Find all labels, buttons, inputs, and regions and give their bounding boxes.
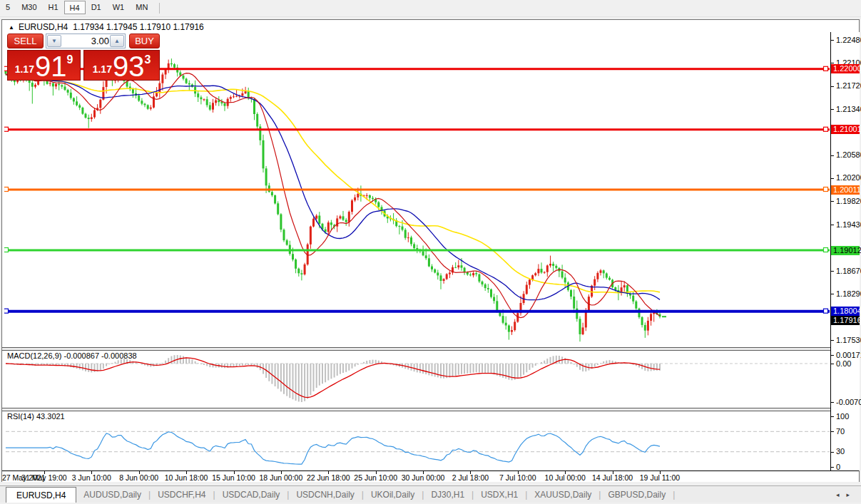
timeframe-toolbar: 5M30H1H4D1W1MN [0, 0, 861, 17]
price-tick-label: 1.19430 [836, 220, 861, 230]
panel-splitter[interactable] [2, 408, 859, 411]
price-tick [831, 340, 834, 341]
tab-usdcnh-daily[interactable]: USDCNH,Daily [289, 486, 361, 500]
rsi-axis-tick [831, 416, 834, 417]
tab-usdcad-daily[interactable]: USDCAD,Daily [215, 486, 287, 500]
tab-eurusd-h4[interactable]: EURUSD,H4 [6, 487, 76, 503]
up-arrow-icon: ▲ [114, 38, 120, 44]
macd-axis-label: 0.00 [836, 359, 851, 369]
rsi-axis-tick [831, 431, 834, 432]
macd-main-value: -0.000867 [63, 351, 99, 360]
volume-decrease-button[interactable]: ▼ [47, 35, 61, 47]
macd-signal-value: -0.000838 [101, 351, 137, 360]
price-tick [831, 225, 834, 225]
candles-layer [5, 58, 661, 341]
sell-price-big: 91 [35, 53, 67, 80]
buy-button[interactable]: BUY [129, 34, 160, 48]
rsi-panel[interactable] [4, 411, 830, 470]
rsi-label: RSI(14) 43.3021 [7, 412, 65, 421]
macd-axis-label: -0.00709 [836, 398, 861, 407]
price-level-badge: 1.19012 [831, 246, 860, 255]
ma-fast-line [6, 73, 660, 318]
price-level-badge: 1.17916 [831, 316, 860, 325]
macd-axis-tick [831, 364, 834, 364]
price-tick [831, 155, 834, 156]
price-tick [831, 201, 834, 202]
chart-ohlc-values: 1.17934 1.17945 1.17910 1.17916 [73, 22, 204, 32]
tab-separator: | [673, 486, 675, 500]
price-tick-label: 1.22480 [836, 36, 861, 45]
sell-price-display[interactable]: 1.17919 [7, 50, 81, 81]
one-click-trading-panel: SELL ▼ ▲ BUY 1.17919 1.17933 [7, 34, 160, 81]
hline-1.18004[interactable] [4, 309, 830, 313]
macd-label: MACD(12,26,9) -0.000867 -0.000838 [7, 351, 137, 360]
panel-splitter[interactable] [2, 347, 859, 351]
collapse-icon[interactable]: ▲ [9, 24, 14, 31]
tabs-scroll-left-icon[interactable]: ◂ [836, 491, 840, 498]
timeframe-button-w1[interactable]: W1 [107, 0, 131, 14]
hline-1.21001[interactable] [4, 127, 830, 131]
price-tick-label: 1.20200 [836, 173, 861, 182]
sell-price-prefix: 1.17 [15, 63, 34, 75]
chart-tab-bar: EURUSD,H4AUDUSD,Daily|USDCHF,H4|USDCAD,D… [0, 485, 861, 503]
tab-audusd-daily[interactable]: AUDUSD,Daily [76, 486, 148, 500]
hline-1.20011[interactable] [4, 187, 830, 192]
buy-price-display[interactable]: 1.17933 [83, 50, 160, 81]
price-tick [831, 178, 834, 179]
price-tick-label: 1.17530 [836, 336, 861, 345]
tab-ukoil-daily[interactable]: UKOil,Daily [364, 486, 422, 500]
rsi-axis-tick [831, 452, 834, 453]
price-tick-label: 1.18290 [836, 289, 861, 299]
time-axis[interactable]: 27 May 202131 May 19:003 Jun 10:008 Jun … [2, 470, 859, 482]
buy-price-sup: 3 [144, 53, 151, 66]
price-level-badge: 1.22000 [831, 64, 860, 73]
chart-symbol-label: EURUSD,H4 [19, 22, 68, 32]
price-tick [831, 294, 834, 294]
macd-axis-tick [831, 355, 834, 356]
timeframe-button-mn[interactable]: MN [130, 0, 153, 14]
price-level-badge: 1.21001 [831, 125, 860, 134]
rsi-line [6, 432, 660, 464]
timeframe-button-m30[interactable]: M30 [16, 0, 42, 14]
mt4-window: 5M30H1H4D1W1MN ▲EURUSD,H41.17934 1.17945… [0, 0, 861, 504]
tab-scroll-arrows: ◂▸ [829, 491, 850, 498]
macd-histogram [6, 355, 660, 402]
rsi-axis-tick [831, 467, 834, 468]
macd-axis-tick [831, 402, 834, 403]
tab-usdchf-h4[interactable]: USDCHF,H4 [151, 486, 213, 500]
rsi-value: 43.3021 [36, 412, 65, 421]
toolbar-separator [159, 3, 160, 14]
sell-button[interactable]: SELL [7, 34, 44, 48]
price-tick-label: 1.20580 [836, 150, 861, 160]
price-tick-label: 1.21340 [836, 105, 861, 114]
timeframe-button-h1[interactable]: H1 [43, 0, 64, 14]
macd-name: MACD(12,26,9) [7, 351, 61, 360]
timeframe-button-h4[interactable]: H4 [64, 1, 86, 14]
price-tick [831, 40, 834, 41]
rsi-axis-label: 100 [836, 412, 849, 421]
rsi-axis-label: 0 [836, 463, 840, 472]
price-tick-label: 1.18670 [836, 267, 861, 276]
ma-slow-line [6, 73, 660, 292]
chart-title: ▲EURUSD,H41.17934 1.17945 1.17910 1.1791… [9, 22, 204, 32]
price-tick [831, 271, 834, 272]
volume-spinner: ▼ ▲ [46, 34, 126, 48]
price-tick [831, 109, 834, 110]
tab-dj30-h1[interactable]: DJ30,H1 [424, 486, 472, 500]
time-label: 19 Jul 11:00 [629, 473, 691, 482]
tab-xauusd-daily[interactable]: XAUUSD,Daily [527, 486, 598, 500]
volume-increase-button[interactable]: ▲ [110, 35, 124, 47]
tab-usdx-h1[interactable]: USDX,H1 [474, 486, 525, 500]
price-level-badge: 1.18004 [831, 307, 860, 316]
price-axis[interactable]: 1.224801.221001.217201.213401.205801.202… [830, 32, 860, 470]
down-arrow-icon: ▼ [51, 38, 57, 44]
tab-gbpusd-daily[interactable]: GBPUSD,Daily [601, 486, 673, 500]
buy-price-prefix: 1.17 [93, 63, 112, 75]
rsi-axis-label: 70 [836, 427, 845, 436]
price-tick [831, 63, 834, 63]
timeframe-button-5[interactable]: 5 [0, 0, 16, 14]
volume-input[interactable] [62, 34, 111, 48]
buy-price-big: 93 [113, 53, 145, 80]
tabs-scroll-right-icon[interactable]: ▸ [846, 491, 850, 498]
timeframe-button-d1[interactable]: D1 [86, 0, 107, 14]
